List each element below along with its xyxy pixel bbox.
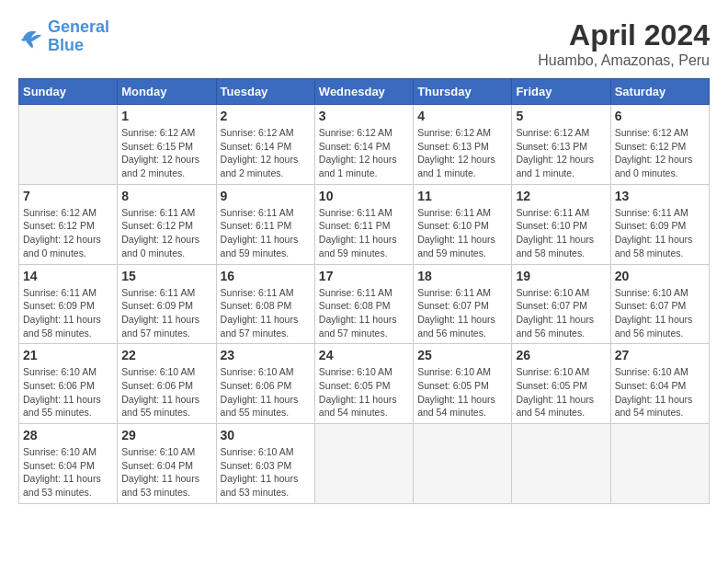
day-number: 23 [221,348,311,362]
day-info: Sunrise: 6:10 AMSunset: 6:07 PMDaylight:… [615,286,705,340]
month-title: April 2024 [538,18,710,52]
week-row-2: 7Sunrise: 6:12 AMSunset: 6:12 PMDaylight… [19,184,710,264]
weekday-header-sunday: Sunday [19,79,118,105]
calendar-cell: 2Sunrise: 6:12 AMSunset: 6:14 PMDaylight… [216,105,314,185]
day-number: 14 [23,269,113,283]
day-number: 8 [121,189,211,203]
week-row-3: 14Sunrise: 6:11 AMSunset: 6:09 PMDayligh… [19,264,710,344]
calendar-cell: 25Sunrise: 6:10 AMSunset: 6:05 PMDayligh… [414,344,512,424]
calendar-cell: 4Sunrise: 6:12 AMSunset: 6:13 PMDaylight… [414,105,512,185]
day-info: Sunrise: 6:10 AMSunset: 6:04 PMDaylight:… [615,365,705,419]
day-number: 15 [121,269,211,283]
day-info: Sunrise: 6:11 AMSunset: 6:09 PMDaylight:… [23,286,113,340]
title-block: April 2024 Huambo, Amazonas, Peru [538,18,710,69]
day-number: 16 [221,269,311,283]
day-number: 10 [319,189,409,203]
calendar-cell: 5Sunrise: 6:12 AMSunset: 6:13 PMDaylight… [512,105,610,185]
calendar-cell: 9Sunrise: 6:11 AMSunset: 6:11 PMDaylight… [216,184,314,264]
calendar-cell: 11Sunrise: 6:11 AMSunset: 6:10 PMDayligh… [414,184,512,264]
weekday-header-wednesday: Wednesday [314,79,413,105]
calendar-cell: 29Sunrise: 6:10 AMSunset: 6:04 PMDayligh… [118,424,216,504]
day-info: Sunrise: 6:12 AMSunset: 6:14 PMDaylight:… [319,126,409,180]
day-info: Sunrise: 6:10 AMSunset: 6:05 PMDaylight:… [516,365,606,419]
calendar-cell [19,105,118,185]
day-info: Sunrise: 6:10 AMSunset: 6:06 PMDaylight:… [121,365,211,419]
day-number: 5 [516,109,606,123]
day-info: Sunrise: 6:11 AMSunset: 6:12 PMDaylight:… [121,206,211,260]
day-info: Sunrise: 6:12 AMSunset: 6:15 PMDaylight:… [121,126,211,180]
day-info: Sunrise: 6:11 AMSunset: 6:11 PMDaylight:… [221,206,311,260]
calendar-cell: 24Sunrise: 6:10 AMSunset: 6:05 PMDayligh… [314,344,413,424]
day-number: 30 [221,428,311,442]
day-info: Sunrise: 6:11 AMSunset: 6:09 PMDaylight:… [121,286,211,340]
day-number: 29 [121,428,211,442]
weekday-header-monday: Monday [118,79,216,105]
day-number: 19 [516,269,606,283]
day-info: Sunrise: 6:11 AMSunset: 6:08 PMDaylight:… [319,286,409,340]
logo: General Blue [18,18,109,55]
calendar-cell [610,424,709,504]
day-number: 12 [516,189,606,203]
day-number: 26 [516,348,606,362]
day-number: 13 [615,189,705,203]
day-number: 24 [319,348,409,362]
calendar-cell: 26Sunrise: 6:10 AMSunset: 6:05 PMDayligh… [512,344,610,424]
day-number: 17 [319,269,409,283]
day-number: 7 [23,189,113,203]
day-info: Sunrise: 6:11 AMSunset: 6:11 PMDaylight:… [319,206,409,260]
calendar-cell [314,424,413,504]
day-info: Sunrise: 6:12 AMSunset: 6:12 PMDaylight:… [615,126,705,180]
week-row-1: 1Sunrise: 6:12 AMSunset: 6:15 PMDaylight… [19,105,710,185]
calendar-cell: 14Sunrise: 6:11 AMSunset: 6:09 PMDayligh… [19,264,118,344]
weekday-header-tuesday: Tuesday [216,79,314,105]
calendar-cell: 20Sunrise: 6:10 AMSunset: 6:07 PMDayligh… [610,264,709,344]
location: Huambo, Amazonas, Peru [538,52,710,69]
week-row-4: 21Sunrise: 6:10 AMSunset: 6:06 PMDayligh… [19,344,710,424]
day-info: Sunrise: 6:11 AMSunset: 6:09 PMDaylight:… [615,206,705,260]
calendar-cell: 28Sunrise: 6:10 AMSunset: 6:04 PMDayligh… [19,424,118,504]
day-info: Sunrise: 6:12 AMSunset: 6:13 PMDaylight:… [417,126,507,180]
day-number: 9 [221,189,311,203]
calendar-cell [414,424,512,504]
logo-bird-icon [18,24,44,50]
weekday-header-thursday: Thursday [414,79,512,105]
day-number: 18 [417,269,507,283]
day-info: Sunrise: 6:10 AMSunset: 6:06 PMDaylight:… [221,365,311,419]
day-number: 1 [121,109,211,123]
calendar-cell: 16Sunrise: 6:11 AMSunset: 6:08 PMDayligh… [216,264,314,344]
calendar-cell: 18Sunrise: 6:11 AMSunset: 6:07 PMDayligh… [414,264,512,344]
day-info: Sunrise: 6:10 AMSunset: 6:03 PMDaylight:… [221,445,311,500]
day-number: 4 [417,109,507,123]
calendar-table: SundayMondayTuesdayWednesdayThursdayFrid… [18,78,710,504]
calendar-cell: 27Sunrise: 6:10 AMSunset: 6:04 PMDayligh… [610,344,709,424]
weekday-header-friday: Friday [512,79,610,105]
calendar-cell: 23Sunrise: 6:10 AMSunset: 6:06 PMDayligh… [216,344,314,424]
calendar-cell: 1Sunrise: 6:12 AMSunset: 6:15 PMDaylight… [118,105,216,185]
day-number: 28 [23,428,113,442]
calendar-cell: 13Sunrise: 6:11 AMSunset: 6:09 PMDayligh… [610,184,709,264]
calendar-cell: 19Sunrise: 6:10 AMSunset: 6:07 PMDayligh… [512,264,610,344]
day-info: Sunrise: 6:10 AMSunset: 6:06 PMDaylight:… [23,365,113,419]
logo-blue: Blue [48,36,84,54]
week-row-5: 28Sunrise: 6:10 AMSunset: 6:04 PMDayligh… [19,424,710,504]
day-number: 11 [417,189,507,203]
day-info: Sunrise: 6:12 AMSunset: 6:14 PMDaylight:… [221,126,311,180]
calendar-cell: 17Sunrise: 6:11 AMSunset: 6:08 PMDayligh… [314,264,413,344]
day-info: Sunrise: 6:11 AMSunset: 6:07 PMDaylight:… [417,286,507,340]
day-number: 22 [121,348,211,362]
calendar-cell: 22Sunrise: 6:10 AMSunset: 6:06 PMDayligh… [118,344,216,424]
day-info: Sunrise: 6:10 AMSunset: 6:04 PMDaylight:… [23,445,113,500]
calendar-cell: 10Sunrise: 6:11 AMSunset: 6:11 PMDayligh… [314,184,413,264]
calendar-cell: 3Sunrise: 6:12 AMSunset: 6:14 PMDaylight… [314,105,413,185]
day-number: 21 [23,348,113,362]
day-info: Sunrise: 6:11 AMSunset: 6:10 PMDaylight:… [417,206,507,260]
day-info: Sunrise: 6:10 AMSunset: 6:04 PMDaylight:… [121,445,211,500]
calendar-cell: 8Sunrise: 6:11 AMSunset: 6:12 PMDaylight… [118,184,216,264]
day-info: Sunrise: 6:10 AMSunset: 6:07 PMDaylight:… [516,286,606,340]
calendar-cell: 30Sunrise: 6:10 AMSunset: 6:03 PMDayligh… [216,424,314,504]
weekday-header-saturday: Saturday [610,79,709,105]
calendar-cell: 12Sunrise: 6:11 AMSunset: 6:10 PMDayligh… [512,184,610,264]
day-number: 6 [615,109,705,123]
day-number: 20 [615,269,705,283]
calendar-cell: 21Sunrise: 6:10 AMSunset: 6:06 PMDayligh… [19,344,118,424]
